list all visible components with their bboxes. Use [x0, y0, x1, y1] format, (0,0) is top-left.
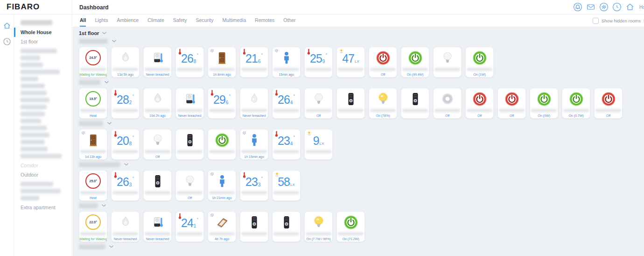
- chevron-down-icon[interactable]: [124, 163, 128, 166]
- device-tile[interactable]: 268°: [175, 47, 204, 78]
- device-tile[interactable]: [433, 47, 462, 78]
- chevron-down-icon[interactable]: [102, 204, 106, 207]
- sidebar-item-blurred[interactable]: [21, 126, 47, 130]
- device-tile[interactable]: Off: [143, 129, 172, 160]
- sidebar-item-blurred[interactable]: [21, 56, 40, 60]
- home-icon[interactable]: [625, 2, 635, 12]
- device-tile[interactable]: 22.0°Waiting for Wakeup: [79, 211, 107, 242]
- device-tile[interactable]: 263°: [111, 170, 140, 201]
- sidebar-item-blurred[interactable]: [21, 140, 45, 144]
- sidebar-item-blurred[interactable]: [21, 119, 41, 123]
- device-tile[interactable]: On (7.7W / 99%): [304, 211, 333, 242]
- sidebar-item-blurred[interactable]: [21, 84, 45, 88]
- device-tile[interactable]: On (78%): [369, 88, 397, 119]
- clock-icon[interactable]: [612, 2, 622, 12]
- device-tile[interactable]: 25.0°Heat: [79, 170, 107, 201]
- sidebar-item-blurred[interactable]: [21, 182, 53, 186]
- tab-all[interactable]: All: [80, 14, 86, 27]
- sidebar-item-blurred[interactable]: [21, 112, 45, 116]
- device-tile[interactable]: 264°: [272, 88, 301, 119]
- tab-safety[interactable]: Safety: [173, 14, 187, 27]
- alarm-icon[interactable]: [573, 2, 582, 12]
- device-tile[interactable]: Off: [465, 88, 494, 119]
- device-tile[interactable]: On (71.2W): [336, 211, 365, 242]
- tab-remotes[interactable]: Remotes: [255, 14, 274, 27]
- device-tile[interactable]: 47LX: [336, 47, 365, 78]
- device-tile[interactable]: [208, 129, 236, 160]
- sidebar-item-blurred[interactable]: [21, 20, 52, 25]
- device-tile[interactable]: 296°: [208, 88, 236, 119]
- mail-icon[interactable]: [586, 2, 595, 12]
- device-tile[interactable]: Off: [369, 47, 397, 78]
- sidebar-item-blurred[interactable]: [21, 98, 49, 102]
- sidebar-item-blurred[interactable]: [21, 91, 47, 95]
- sidebar-item-blurred[interactable]: [21, 196, 39, 200]
- device-tile[interactable]: 58LX: [272, 170, 301, 201]
- device-tile[interactable]: 1h 8min ago: [208, 47, 236, 78]
- device-tile[interactable]: 13d 5h ago: [111, 47, 140, 78]
- device-tile[interactable]: Off: [433, 88, 462, 119]
- device-tile[interactable]: 10d 2h ago: [143, 88, 172, 119]
- device-tile[interactable]: 19.5°Heat: [79, 88, 107, 119]
- device-tile[interactable]: 208°: [111, 129, 140, 160]
- device-tile[interactable]: Never breached: [143, 47, 172, 78]
- tab-climate[interactable]: Climate: [147, 14, 164, 27]
- device-tile[interactable]: 9LX: [304, 129, 333, 160]
- device-tile[interactable]: Never breached: [240, 88, 268, 119]
- tab-other[interactable]: Other: [283, 14, 295, 27]
- device-tile[interactable]: On (99.4W): [401, 47, 429, 78]
- device-tile[interactable]: 1d 13h ago: [79, 129, 107, 160]
- device-tile[interactable]: [401, 88, 429, 119]
- device-tile[interactable]: Off: [175, 170, 204, 201]
- sidebar-item-blurred[interactable]: [21, 154, 62, 158]
- sidebar-item-blurred[interactable]: [21, 70, 60, 74]
- device-tile[interactable]: Never breached: [143, 211, 172, 242]
- device-tile[interactable]: Off: [497, 88, 526, 119]
- device-tile[interactable]: 282°: [111, 88, 140, 119]
- device-tile[interactable]: [143, 170, 172, 201]
- device-tile[interactable]: 233°: [240, 170, 268, 201]
- settings-icon[interactable]: [599, 2, 609, 12]
- sidebar-item-blurred[interactable]: [21, 105, 47, 109]
- tab-multimedia[interactable]: Multimedia: [222, 14, 246, 27]
- sidebar-item-outdoor[interactable]: Outdoor: [14, 170, 72, 179]
- sidebar-item-1st-floor[interactable]: 1st floor: [14, 37, 72, 46]
- show-hidden-rooms-checkbox[interactable]: [593, 18, 599, 24]
- rail-history-icon[interactable]: [3, 37, 11, 46]
- device-tile[interactable]: 234°: [272, 129, 301, 160]
- device-tile[interactable]: On (1W): [465, 47, 494, 78]
- chevron-down-icon[interactable]: [102, 32, 106, 35]
- device-tile[interactable]: 24.5°Waiting for Wakeup: [79, 47, 107, 78]
- chevron-down-icon[interactable]: [105, 81, 109, 84]
- device-tile[interactable]: [175, 129, 204, 160]
- device-tile[interactable]: [272, 211, 301, 242]
- device-tile[interactable]: Never breached: [111, 211, 140, 242]
- tab-ambience[interactable]: Ambience: [117, 14, 139, 27]
- sidebar-item-corridor[interactable]: Corridor: [14, 161, 72, 170]
- chevron-down-icon[interactable]: [109, 245, 113, 248]
- device-tile[interactable]: 4d 7h ago: [208, 211, 236, 242]
- tab-lights[interactable]: Lights: [95, 14, 108, 27]
- device-tile[interactable]: 1h 15min ago: [240, 129, 268, 160]
- device-tile[interactable]: Off: [594, 88, 623, 119]
- sidebar-item-blurred[interactable]: [21, 147, 48, 151]
- tab-security[interactable]: Security: [196, 14, 214, 27]
- sidebar-item-extra-apartment[interactable]: Extra apartment: [14, 203, 72, 212]
- chevron-down-icon[interactable]: [107, 122, 112, 125]
- sidebar-item-whole-house[interactable]: Whole House: [14, 28, 72, 37]
- device-tile[interactable]: 15min ago: [272, 47, 301, 78]
- device-tile[interactable]: Never breached: [175, 88, 204, 119]
- device-tile[interactable]: [336, 88, 365, 119]
- device-tile[interactable]: Off: [304, 88, 333, 119]
- sidebar-item-blurred[interactable]: [21, 77, 38, 81]
- rail-home-icon[interactable]: [3, 21, 11, 30]
- device-tile[interactable]: 259°: [304, 47, 333, 78]
- home-label[interactable]: Home: [639, 5, 644, 10]
- chevron-down-icon[interactable]: [112, 40, 116, 43]
- sidebar-item-blurred[interactable]: [21, 189, 61, 193]
- device-tile[interactable]: On (0W): [530, 88, 558, 119]
- device-tile[interactable]: 1h 21min ago: [208, 170, 236, 201]
- device-tile[interactable]: [240, 211, 268, 242]
- device-tile[interactable]: 216°: [240, 47, 268, 78]
- sidebar-item-blurred[interactable]: [21, 63, 43, 67]
